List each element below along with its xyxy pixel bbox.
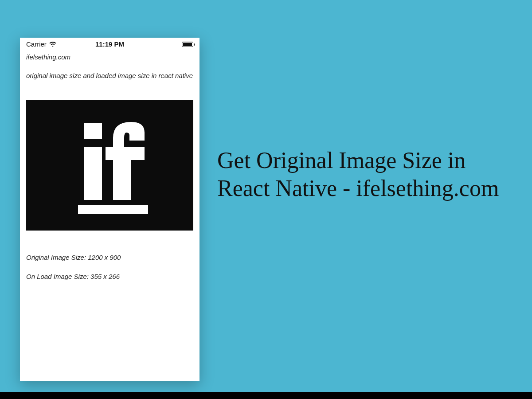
page-canvas: Carrier 11:19 PM ifelsething.com origina… [0, 0, 532, 399]
svg-rect-4 [78, 205, 148, 214]
logo-image [26, 100, 193, 231]
if-logo-icon [53, 109, 166, 222]
bottom-border [0, 392, 532, 399]
page-title: Get Original Image Size in React Native … [217, 146, 510, 203]
svg-rect-3 [106, 147, 145, 160]
status-right [182, 42, 193, 47]
svg-rect-1 [84, 147, 102, 200]
battery-full-icon [182, 42, 193, 47]
status-time: 11:19 PM [20, 40, 200, 48]
app-subtitle: original image size and loaded image siz… [26, 71, 193, 80]
app-body: ifelsething.com original image size and … [20, 49, 200, 286]
original-size-text: Original Image Size: 532 x 399 [26, 254, 193, 261]
onload-size-text: On Load Image Size: 355 x 266 [26, 273, 193, 280]
site-label: ifelsething.com [26, 53, 193, 61]
phone-mockup: Carrier 11:19 PM ifelsething.com origina… [20, 38, 200, 381]
ios-status-bar: Carrier 11:19 PM [20, 38, 200, 49]
svg-rect-0 [84, 123, 102, 139]
